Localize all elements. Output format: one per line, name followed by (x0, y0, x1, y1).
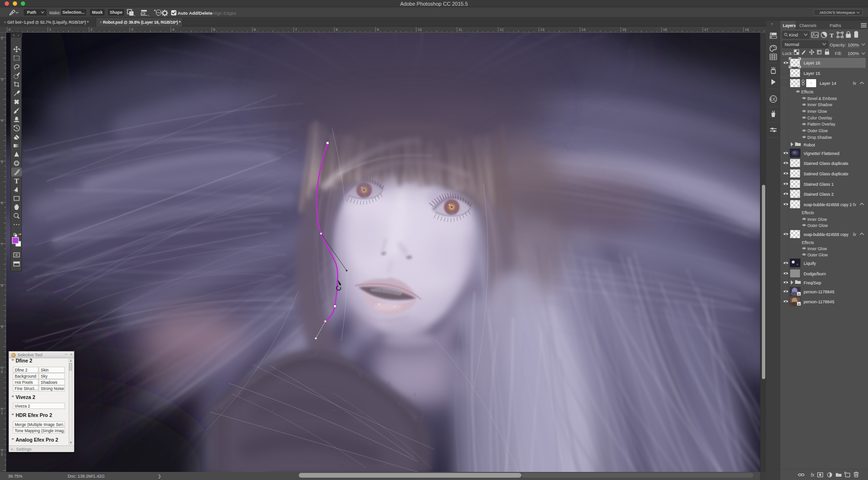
svg-text:Layers: Layers (783, 23, 796, 28)
svg-text:Drop Shadow: Drop Shadow (807, 135, 832, 140)
svg-text:14: 14 (582, 27, 585, 32)
svg-text:4: 4 (172, 27, 174, 32)
svg-text:2: 2 (1, 452, 3, 456)
svg-text:7: 7 (295, 27, 297, 32)
svg-text:1: 1 (49, 27, 51, 32)
svg-text:soap-bubble-824558 copy 2: soap-bubble-824558 copy 2 (804, 203, 852, 207)
svg-text:×: × (13, 34, 15, 37)
svg-text:Fill:: Fill: (835, 51, 842, 56)
svg-text:5: 5 (1, 160, 3, 164)
svg-text:Effects: Effects (802, 240, 814, 245)
svg-text:Outer Glow: Outer Glow (807, 253, 828, 257)
svg-text:5: 5 (213, 27, 215, 32)
svg-text:Color Overlay: Color Overlay (807, 116, 832, 120)
svg-text:Outer Glow: Outer Glow (807, 223, 828, 228)
svg-text:Stained Glass 1: Stained Glass 1 (804, 182, 834, 187)
svg-text:Normal: Normal (785, 42, 799, 47)
svg-text:person-1178845: person-1178845 (804, 299, 834, 304)
svg-text:17: 17 (704, 27, 708, 32)
svg-text:4: 4 (1, 118, 3, 123)
svg-text:Paths: Paths (830, 23, 841, 28)
svg-text:3: 3 (1, 77, 3, 82)
svg-text:soap-bubble-824558 copy: soap-bubble-824558 copy (804, 233, 849, 237)
svg-text:Liquify: Liquify (804, 261, 816, 266)
svg-text:Inner Glow: Inner Glow (807, 217, 827, 222)
svg-text:2: 2 (90, 27, 92, 32)
svg-text:0: 0 (9, 27, 10, 32)
svg-text:9: 9 (377, 27, 379, 32)
svg-text:Outer Glow: Outer Glow (807, 128, 828, 133)
svg-text:2: 2 (1, 36, 3, 40)
svg-text:T: T (830, 32, 834, 39)
svg-text:fx: fx (853, 202, 857, 207)
svg-text:Bevel & Emboss: Bevel & Emboss (807, 96, 837, 101)
svg-text:Kind: Kind (789, 32, 798, 37)
svg-text:1: 1 (1, 411, 3, 415)
svg-text:6: 6 (254, 27, 256, 32)
svg-text:16: 16 (663, 27, 667, 32)
svg-text:Layer 16: Layer 16 (804, 61, 820, 65)
svg-text:3: 3 (131, 27, 133, 32)
svg-text:Effects: Effects (802, 210, 814, 215)
svg-text:Effects: Effects (801, 90, 814, 94)
svg-text:Lock:: Lock: (782, 51, 793, 56)
svg-text:Satined Glass duplicate: Satined Glass duplicate (804, 172, 849, 176)
svg-text:100%: 100% (848, 51, 859, 56)
svg-text:15: 15 (622, 27, 626, 32)
svg-text:Stained Glass 2: Stained Glass 2 (804, 192, 834, 197)
svg-text:Layer 15: Layer 15 (804, 71, 820, 76)
svg-text:8: 8 (336, 27, 338, 32)
svg-text:10: 10 (418, 27, 421, 32)
svg-text:Dodge/burn: Dodge/burn (804, 272, 826, 276)
svg-text:8: 8 (1, 283, 3, 288)
svg-text:13: 13 (540, 27, 544, 32)
svg-text:Layer 14: Layer 14 (820, 81, 836, 86)
svg-text:11: 11 (458, 27, 462, 32)
svg-text:Inner Shadow: Inner Shadow (807, 102, 832, 107)
svg-text:9: 9 (1, 325, 3, 329)
svg-text:Inner Glow: Inner Glow (807, 109, 827, 114)
svg-text:Vignette/ Flattened: Vignette/ Flattened (804, 151, 839, 156)
svg-text:Robot: Robot (804, 143, 815, 147)
svg-text:6: 6 (1, 201, 3, 205)
svg-text:100%: 100% (848, 42, 859, 47)
svg-text:Pattern Overlay: Pattern Overlay (807, 122, 836, 127)
svg-text:12: 12 (500, 27, 503, 32)
svg-text:fx: fx (853, 81, 857, 86)
svg-text:0: 0 (1, 370, 3, 374)
svg-text:fx: fx (811, 472, 815, 478)
svg-text:«: « (771, 22, 773, 26)
svg-text:Inner Glow: Inner Glow (807, 246, 827, 251)
svg-text:person-1178845: person-1178845 (804, 290, 834, 294)
svg-text:T: T (14, 177, 19, 185)
svg-text:Freq/Sep: Freq/Sep (804, 281, 821, 285)
svg-text:7: 7 (1, 242, 3, 246)
svg-text:18: 18 (745, 27, 749, 32)
svg-text:Channels: Channels (799, 23, 816, 28)
svg-text:fx: fx (853, 232, 857, 237)
svg-text:Opacity:: Opacity: (830, 42, 846, 47)
svg-text:Stained Glass duplicate: Stained Glass duplicate (804, 161, 849, 166)
